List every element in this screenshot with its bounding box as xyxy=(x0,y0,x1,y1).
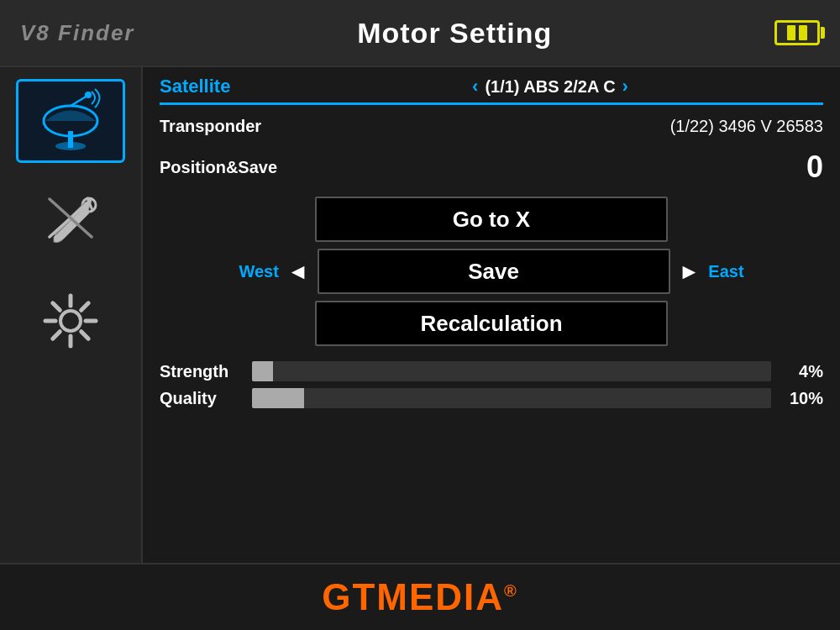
sidebar-item-satellite[interactable] xyxy=(16,79,125,163)
quality-percent: 10% xyxy=(780,389,823,408)
west-arrow[interactable]: ◄ xyxy=(287,259,309,285)
satellite-icon xyxy=(33,87,108,155)
quality-bar xyxy=(252,388,304,408)
strength-bar xyxy=(252,361,273,381)
quality-bar-container xyxy=(252,388,771,408)
strength-percent: 4% xyxy=(780,362,823,381)
footer: GTMEDIA® xyxy=(0,563,840,630)
position-save-row: Position&Save 0 xyxy=(143,143,840,192)
transponder-value: (1/22) 3496 V 26583 xyxy=(670,117,823,136)
quality-row: Quality 10% xyxy=(160,388,823,408)
battery-bar-1 xyxy=(787,25,795,40)
sidebar-item-settings[interactable] xyxy=(16,281,125,365)
satellite-nav: ‹ (1/1) ABS 2/2A C › xyxy=(277,76,823,97)
satellite-row: Satellite ‹ (1/1) ABS 2/2A C › xyxy=(143,67,840,102)
recalculation-button[interactable]: Recalculation xyxy=(315,301,668,346)
quality-label: Quality xyxy=(160,389,244,408)
east-arrow[interactable]: ► xyxy=(679,259,701,285)
battery-bar-2 xyxy=(799,25,807,40)
brand-label: V8 Finder xyxy=(20,20,134,46)
brand-registered: ® xyxy=(504,581,518,600)
strength-row: Strength 4% xyxy=(160,361,823,381)
goto-x-button[interactable]: Go to X xyxy=(315,197,668,242)
brand-text-gt: GTMEDIA xyxy=(322,576,504,617)
buttons-area: Go to X West ◄ Save ► East Recalculation xyxy=(143,192,840,354)
save-button[interactable]: Save xyxy=(318,249,670,294)
satellite-value: (1/1) ABS 2/2A C xyxy=(485,77,615,97)
content-area: Satellite ‹ (1/1) ABS 2/2A C › Transpond… xyxy=(143,67,840,563)
brand-logo: GTMEDIA® xyxy=(322,576,518,618)
svg-point-4 xyxy=(85,92,92,98)
transponder-row: Transponder (1/22) 3496 V 26583 xyxy=(143,110,840,143)
satellite-prev-arrow[interactable]: ‹ xyxy=(472,76,478,97)
svg-line-3 xyxy=(71,96,87,106)
strength-label: Strength xyxy=(160,362,244,381)
strength-bar-container xyxy=(252,361,771,381)
svg-point-10 xyxy=(60,311,81,331)
satellite-label: Satellite xyxy=(160,76,269,97)
tools-icon xyxy=(37,186,104,257)
west-label: West xyxy=(239,262,278,281)
east-label: East xyxy=(708,262,743,281)
main-layout: Satellite ‹ (1/1) ABS 2/2A C › Transpond… xyxy=(0,67,840,563)
battery-indicator xyxy=(774,20,820,45)
sidebar xyxy=(0,67,143,563)
svg-line-15 xyxy=(53,303,60,311)
svg-line-17 xyxy=(81,303,89,311)
svg-rect-1 xyxy=(68,131,73,148)
transponder-label: Transponder xyxy=(160,117,261,136)
page-title: Motor Setting xyxy=(357,17,552,50)
position-save-value: 0 xyxy=(806,150,823,185)
satellite-next-arrow[interactable]: › xyxy=(622,76,628,97)
position-save-label: Position&Save xyxy=(160,158,277,177)
header: V8 Finder Motor Setting xyxy=(0,0,840,67)
svg-line-18 xyxy=(53,332,60,339)
gear-icon xyxy=(37,287,104,358)
svg-line-16 xyxy=(81,332,89,339)
sidebar-item-tools[interactable] xyxy=(16,180,125,264)
separator xyxy=(160,102,823,105)
direction-row: West ◄ Save ► East xyxy=(160,249,823,294)
signal-section: Strength 4% Quality 10% xyxy=(143,354,840,420)
